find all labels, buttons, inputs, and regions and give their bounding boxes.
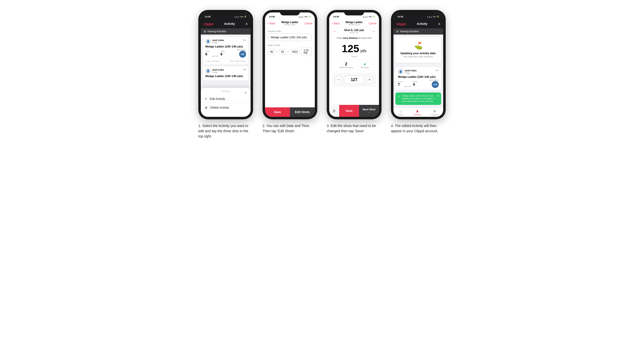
shots-value-4: 9 <box>413 83 418 86</box>
activity-card-2[interactable]: 👤 Josh Coles Today ••• Wedge Ladder (100… <box>203 66 248 81</box>
spacer-2 <box>265 58 315 107</box>
date-year[interactable]: 2023 <box>290 49 300 55</box>
back-btn-3[interactable]: < Back <box>332 22 340 25</box>
delete-activity-item[interactable]: 🗑 Delete Activity <box>205 103 246 112</box>
target-label: Target <box>329 55 379 58</box>
status-icons-1: ▲▲▲ WiFi 🔋 <box>234 16 246 18</box>
three-dots-2[interactable]: ••• <box>243 68 246 72</box>
caption-step-2: 2. You can edit Date and Time. Then tap … <box>262 124 310 133</box>
caption-step-3: 3. Edit the shots that need to be change… <box>327 124 376 133</box>
nav-title-3: Wedge Ladder 06 Mar 2023 <box>346 21 363 26</box>
caption-step-4: 4. The edited Activity will then appear … <box>391 124 438 133</box>
golf-icon: ⛳ <box>414 41 423 50</box>
notch-2 <box>280 10 300 15</box>
increment-btn[interactable]: + <box>366 76 372 84</box>
updating-title: Updating your activity data. <box>400 52 436 55</box>
shot-distance-input[interactable] <box>344 76 364 84</box>
activity-title-1: Wedge Ladder (100–140 yds) <box>205 45 246 48</box>
phone-2-screen: 14:38 ▲▲▲ WiFi 🔋 < Back Wedge Ladder 06 … <box>265 12 315 117</box>
date-day[interactable]: 06 <box>268 49 275 55</box>
caption-2: 2. You can edit Date and Time. Then tap … <box>262 123 317 134</box>
practice-title-input[interactable] <box>268 33 312 41</box>
time-input[interactable]: 1:13 PM <box>301 47 312 56</box>
score-value-1: 9 <box>205 52 210 56</box>
date-month[interactable]: 03 <box>279 49 286 55</box>
notch-1 <box>216 10 236 15</box>
viewing-label-4: Viewing Activities <box>400 30 419 33</box>
save-btn-2[interactable]: Save <box>265 107 290 117</box>
prev-shot-btn[interactable]: ← <box>333 29 337 33</box>
user-date-1: Today <box>212 41 224 44</box>
cancel-btn-2[interactable]: Cancel <box>304 22 312 25</box>
date-time-row: 06 / 03 / 2023 1:13 PM <box>268 47 312 56</box>
nav-subtitle-3: 06 Mar 2023 <box>346 24 363 26</box>
shot-nav-row: ← Shot 6, 125 yds Score 7/9 → <box>329 28 379 35</box>
viewing-icon-4: ⊞ <box>396 30 398 33</box>
activities-icon: ♟ <box>416 109 419 113</box>
next-shot-btn[interactable]: Next Shot → <box>359 105 379 117</box>
score-value-4: 7 <box>398 83 402 86</box>
hamburger-icon-4[interactable]: ≡ <box>438 22 440 26</box>
spacer-3 <box>329 87 379 105</box>
caption-step-1: 1. Select the Activity you want to edit … <box>198 124 248 138</box>
phone-4: 14:38 ▲▲▲ WiFi 🔋 clippd Activity ≡ ⊞ <box>390 10 447 134</box>
activity-card-1[interactable]: 👤 Josh Coles Today ••• Wedge Ladder (100… <box>203 36 248 65</box>
footer-left-1: ⓘ Test Information <box>205 60 220 63</box>
three-dots-1[interactable]: ••• <box>243 38 246 42</box>
avatar-4: 👤 <box>398 69 403 74</box>
hit-target-label: Hit Target <box>360 66 369 69</box>
time-1: 14:38 <box>205 15 210 18</box>
user-info-4: 👤 Josh Coles Today <box>398 69 416 74</box>
phone-4-device: 14:38 ▲▲▲ WiFi 🔋 clippd Activity ≡ ⊞ <box>391 10 446 119</box>
hamburger-icon-1[interactable]: ≡ <box>246 22 248 26</box>
phone-1-device: 14:38 ▲▲▲ WiFi 🔋 clippd Activity ≡ ⊞ <box>198 10 253 119</box>
shot-quality-badge-4: 118 <box>432 81 439 88</box>
three-dots-4[interactable]: ••• <box>436 69 439 72</box>
viewing-bar-4: ⊞ Viewing Activities <box>394 28 443 34</box>
nav-home[interactable]: ⌂ Home <box>398 109 404 116</box>
bottom-sheet-1: ✕ ✎ Edit Activity 🗑 Delete Activity <box>201 88 250 117</box>
score-label-1: Score <box>205 50 210 52</box>
card-header-4: 👤 Josh Coles Today ••• <box>398 69 439 74</box>
cancel-btn-3[interactable]: Cancel <box>369 22 376 25</box>
decrement-btn[interactable]: − <box>336 76 342 84</box>
edit-icon: ✎ <box>205 97 207 101</box>
edit-activity-label: Edit Activity <box>210 97 225 101</box>
home-label: Home <box>398 114 404 116</box>
time-2: 14:38 <box>269 15 275 18</box>
activity-card-4[interactable]: 👤 Josh Coles Today ••• Wedge Ladder (100… <box>396 67 441 90</box>
edit-activity-item[interactable]: ✎ Edit Activity <box>205 95 246 103</box>
caption-3: 3. Edit the shots that need to be change… <box>327 123 382 134</box>
nav-activities[interactable]: ♟ Activities <box>414 109 422 116</box>
back-btn-2[interactable]: < Back <box>268 22 275 25</box>
outof-4: OUT OF <box>404 86 411 87</box>
app-title-1: Activity <box>224 22 235 26</box>
shot-nav-title-block: Shot 6, 125 yds Score 7/9 <box>344 29 364 34</box>
nav-title-text-2: Wedge Ladder <box>282 21 298 24</box>
avatar-1: 👤 <box>205 38 211 44</box>
stats-row-4: Score 7 OUT OF Shots 9 Shot Quality 118 <box>398 79 439 88</box>
next-shot-arrow[interactable]: → <box>372 29 376 33</box>
success-toast: ✓ 'Wedge Ladder (100–140 yds)' was updat… <box>396 92 441 105</box>
user-date-4: Today <box>404 72 416 74</box>
instruction-text: Enter carry distance for each shot <box>329 35 379 40</box>
difference-block: 2 Difference (yds) <box>339 62 353 69</box>
nav-capture[interactable]: ⊕ Capture <box>431 109 438 116</box>
phone-3-device: 14:39 ▲▲▲ WiFi 🔋 < Back Wedge Ladder 06 … <box>327 10 382 119</box>
phone-1-screen: 14:38 ▲▲▲ WiFi 🔋 clippd Activity ≡ ⊞ <box>201 12 250 117</box>
save-shot-btn[interactable]: Save <box>339 105 359 117</box>
capture-label: Capture <box>431 114 438 116</box>
carry-bold: carry distance <box>343 37 358 39</box>
toast-text: 'Wedge Ladder (100–140 yds)' was updated… <box>402 94 439 103</box>
delete-shot-btn[interactable]: 🗑 <box>329 105 339 117</box>
bottom-nav-4: ⌂ Home ♟ Activities ⊕ Capture <box>394 107 443 117</box>
sheet-close-btn[interactable]: ✕ <box>244 91 247 95</box>
toast-close-btn[interactable]: ✕ <box>437 94 439 97</box>
app-title-4: Activity <box>416 22 427 26</box>
shots-label-4: Shots <box>413 81 418 83</box>
user-name-2: Josh Coles <box>212 69 224 71</box>
form-2: Practice Title Date & Time 06 / 03 / 202… <box>265 28 315 58</box>
edit-shots-btn[interactable]: Edit Shots <box>290 107 315 117</box>
sheet-handle-1 <box>221 91 230 92</box>
distance-unit: yds <box>360 49 366 53</box>
